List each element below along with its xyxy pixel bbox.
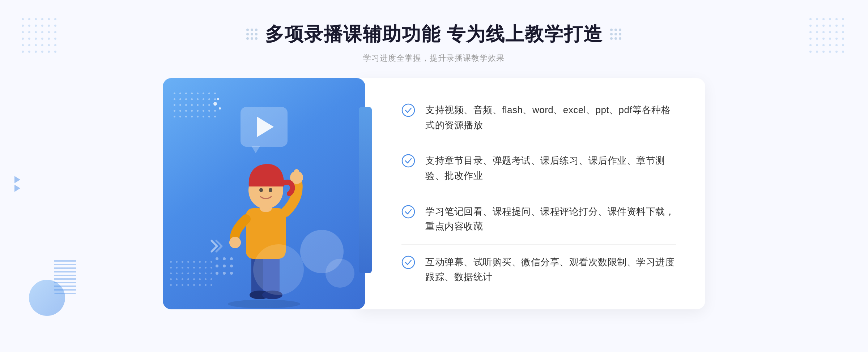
feature-text-4: 互动弹幕、试听购买、微信分享、观看次数限制、学习进度跟踪、数据统计 (425, 255, 676, 285)
svg-point-20 (223, 272, 226, 275)
svg-point-0 (228, 300, 300, 308)
person-figure (206, 136, 322, 309)
outer-dots-right (809, 18, 846, 55)
main-content: 支持视频、音频、flash、word、excel、ppt、pdf等各种格式的资源… (145, 78, 723, 309)
page-subtitle: 学习进度全掌握，提升录播课教学效果 (246, 53, 622, 64)
page-container: 多项录播课辅助功能 专为线上教学打造 学习进度全掌握，提升录播课教学效果 (0, 0, 868, 352)
feature-text-3: 学习笔记回看、课程提问、课程评论打分、课件资料下载，重点内容收藏 (425, 204, 676, 234)
feature-item-1: 支持视频、音频、flash、word、excel、ppt、pdf等各种格式的资源… (401, 93, 676, 143)
svg-point-12 (269, 188, 272, 192)
svg-point-18 (230, 265, 233, 267)
check-icon-1 (401, 103, 415, 117)
header-section: 多项录播课辅助功能 专为线上教学打造 学习进度全掌握，提升录播课教学效果 (246, 0, 622, 64)
content-card: 支持视频、音频、flash、word、excel、ppt、pdf等各种格式的资源… (358, 78, 705, 309)
svg-point-24 (402, 155, 414, 167)
check-icon-2 (401, 154, 415, 168)
svg-point-19 (216, 272, 218, 275)
svg-point-13 (216, 257, 218, 260)
svg-point-23 (402, 104, 414, 116)
page-chevrons (14, 176, 20, 192)
feature-text-2: 支持章节目录、弹题考试、课后练习、课后作业、章节测验、批改作业 (425, 153, 676, 183)
feature-item-2: 支持章节目录、弹题考试、课后练习、课后作业、章节测验、批改作业 (401, 143, 676, 194)
deco-stripes (54, 258, 76, 294)
svg-point-25 (402, 206, 414, 218)
svg-point-14 (223, 257, 226, 260)
illus-dots-top (174, 93, 218, 119)
svg-point-17 (223, 265, 226, 267)
illustration-card (163, 78, 365, 309)
title-decorator-left (246, 29, 258, 40)
feature-item-4: 互动弹幕、试听购买、微信分享、观看次数限制、学习进度跟踪、数据统计 (401, 245, 676, 295)
svg-point-15 (230, 257, 233, 260)
check-icon-3 (401, 205, 415, 219)
sparkle-decoration (213, 98, 217, 110)
svg-point-11 (259, 188, 263, 192)
illus-dots-bottom (170, 261, 214, 288)
svg-point-8 (229, 237, 241, 248)
check-icon-4 (401, 256, 415, 269)
svg-point-21 (230, 272, 233, 275)
svg-point-16 (216, 265, 218, 267)
title-row: 多项录播课辅助功能 专为线上教学打造 (246, 22, 622, 47)
feature-item-3: 学习笔记回看、课程提问、课程评论打分、课件资料下载，重点内容收藏 (401, 194, 676, 245)
title-decorator-right (610, 29, 622, 40)
chevron-icon-1 (14, 176, 20, 183)
dot-grid-right (610, 29, 622, 40)
svg-point-26 (402, 256, 414, 269)
feature-text-1: 支持视频、音频、flash、word、excel、ppt、pdf等各种格式的资源… (425, 103, 676, 133)
outer-dots-left (22, 18, 59, 55)
play-triangle-icon (257, 117, 274, 137)
page-title: 多项录播课辅助功能 专为线上教学打造 (265, 22, 603, 47)
dot-grid-left (246, 29, 258, 40)
chevron-icon-2 (14, 185, 20, 192)
circle-light-2 (326, 259, 354, 288)
svg-rect-7 (294, 169, 299, 179)
svg-point-22 (253, 244, 304, 295)
